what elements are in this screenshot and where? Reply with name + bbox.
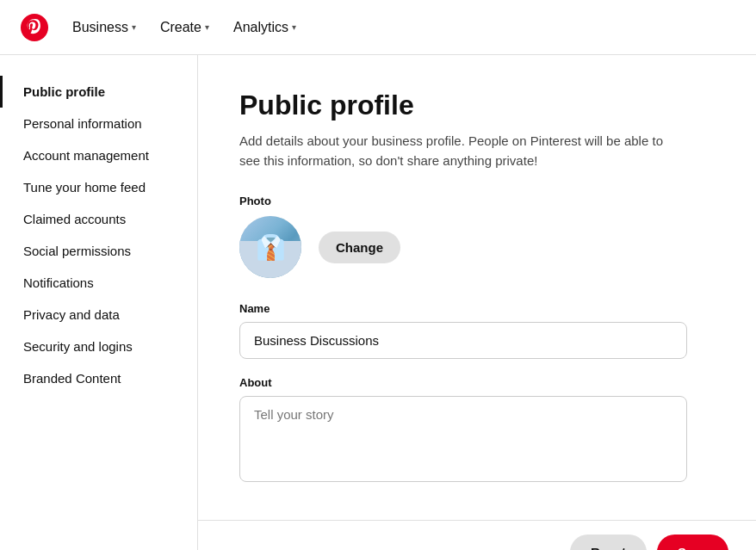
sidebar: Public profile Personal information Acco… <box>0 55 198 550</box>
sidebar-item-notifications[interactable]: Notifications <box>0 267 197 299</box>
top-nav: Business ▾ Create ▾ Analytics ▾ <box>0 0 756 55</box>
reset-button[interactable]: Reset <box>570 535 647 550</box>
sidebar-item-account-management[interactable]: Account management <box>0 139 197 171</box>
nav-analytics-label: Analytics <box>233 20 288 35</box>
nav-business-label: Business <box>72 20 128 35</box>
name-label: Name <box>239 302 715 315</box>
nav-item-analytics[interactable]: Analytics ▾ <box>223 13 307 42</box>
chevron-down-icon: ▾ <box>292 22 296 32</box>
save-button[interactable]: Save <box>657 535 728 550</box>
about-field-section: About <box>239 376 715 485</box>
main-layout: Public profile Personal information Acco… <box>0 55 756 550</box>
sidebar-item-claimed-accounts[interactable]: Claimed accounts <box>0 203 197 235</box>
nav-item-business[interactable]: Business ▾ <box>62 13 146 42</box>
sidebar-item-tune-home-feed[interactable]: Tune your home feed <box>0 171 197 203</box>
name-input[interactable] <box>239 322 687 359</box>
photo-label: Photo <box>239 195 715 207</box>
chevron-down-icon: ▾ <box>205 22 209 32</box>
nav-create-label: Create <box>160 20 201 35</box>
avatar-image <box>239 216 301 278</box>
sidebar-item-public-profile[interactable]: Public profile <box>0 76 197 108</box>
sidebar-item-security-and-logins[interactable]: Security and logins <box>0 331 197 362</box>
nav-items: Business ▾ Create ▾ Analytics ▾ <box>62 13 307 42</box>
nav-item-create[interactable]: Create ▾ <box>150 13 220 42</box>
name-field-section: Name <box>239 302 715 376</box>
about-textarea[interactable] <box>239 396 687 482</box>
photo-row: Change <box>239 216 715 278</box>
change-photo-button[interactable]: Change <box>319 232 400 263</box>
main-content: Public profile Add details about your bu… <box>198 55 756 520</box>
sidebar-item-social-permissions[interactable]: Social permissions <box>0 235 197 267</box>
pinterest-logo[interactable] <box>21 14 48 41</box>
avatar <box>239 216 301 278</box>
about-label: About <box>239 376 715 389</box>
sidebar-item-privacy-and-data[interactable]: Privacy and data <box>0 299 197 331</box>
photo-section: Photo Change <box>239 195 715 278</box>
sidebar-item-personal-information[interactable]: Personal information <box>0 108 197 139</box>
bottom-bar: Reset Save <box>198 520 756 550</box>
page-description: Add details about your business profile.… <box>239 132 670 170</box>
chevron-down-icon: ▾ <box>132 22 136 32</box>
sidebar-item-branded-content[interactable]: Branded Content <box>0 362 197 394</box>
page-title: Public profile <box>239 90 715 121</box>
